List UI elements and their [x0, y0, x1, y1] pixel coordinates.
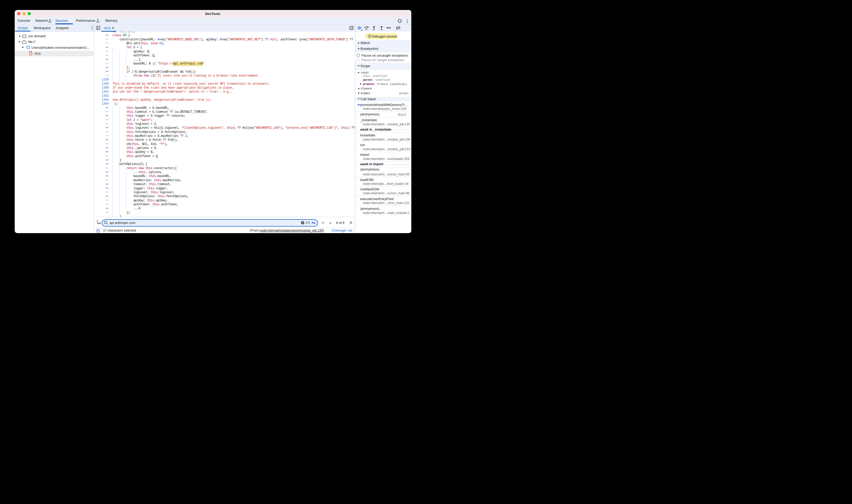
svg-text:B: B [99, 222, 101, 224]
svg-text:A: A [96, 219, 99, 222]
